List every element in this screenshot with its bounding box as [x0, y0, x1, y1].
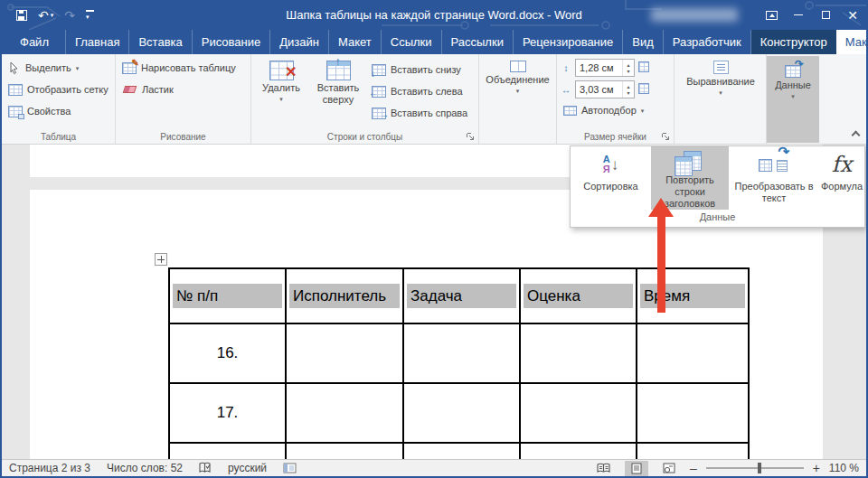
- row-number-cell[interactable]: 18.: [169, 443, 286, 459]
- group-cell-size: ↕ 1,28 см ▴▾ ↔ 3,03 см ▴▾ Автоподбор ▾: [557, 54, 675, 144]
- insert-below-button[interactable]: ↓ Вставить снизу: [368, 59, 471, 80]
- empty-cell[interactable]: [520, 383, 637, 443]
- table-row: 17.: [169, 383, 749, 443]
- autofit-label: Автоподбор: [581, 105, 637, 116]
- row-height-spinner[interactable]: 1,28 см ▴▾: [575, 59, 635, 77]
- customize-qat-button[interactable]: ▾: [86, 10, 94, 20]
- column-width-value: 3,03 см: [576, 81, 622, 98]
- cell-size-dialog-launcher-icon[interactable]: [662, 133, 670, 141]
- row-number-cell[interactable]: 16.: [169, 323, 286, 383]
- tab-home[interactable]: Главная: [65, 30, 129, 54]
- row-number-cell[interactable]: 17.: [169, 383, 286, 443]
- formula-label: Формула: [821, 181, 863, 192]
- tab-layout[interactable]: Макет: [329, 30, 382, 54]
- eraser-button[interactable]: Ластик: [118, 79, 248, 100]
- ribbon-display-options-button[interactable]: [758, 0, 785, 30]
- minimize-button[interactable]: [785, 0, 812, 30]
- select-button[interactable]: Выделить ▾: [5, 57, 112, 79]
- autofit-button[interactable]: Автоподбор ▾: [560, 100, 671, 120]
- close-button[interactable]: ✕: [839, 0, 866, 30]
- web-layout-button[interactable]: [657, 461, 681, 476]
- ribbon-tab-bar: Файл Главная Вставка Рисование Дизайн Ма…: [2, 30, 866, 54]
- account-name-blurred[interactable]: [651, 8, 738, 22]
- collapse-ribbon-icon[interactable]: [852, 131, 861, 140]
- group-merge: Объединение ▾: [479, 54, 557, 144]
- empty-cell[interactable]: [637, 323, 749, 383]
- header-cell[interactable]: Задача: [403, 268, 520, 323]
- page-indicator[interactable]: Страница 2 из 3: [9, 462, 90, 474]
- annotation-arrow-head: [648, 198, 674, 217]
- empty-cell[interactable]: [286, 443, 403, 459]
- distribute-rows-icon[interactable]: [637, 61, 650, 74]
- maximize-button[interactable]: [812, 0, 839, 30]
- table-move-handle-icon[interactable]: [155, 253, 167, 266]
- draw-table-button[interactable]: ✎ Нарисовать таблицу: [118, 57, 248, 79]
- tab-design[interactable]: Дизайн: [270, 30, 329, 54]
- alignment-button[interactable]: Выравнивание ▾: [677, 57, 764, 99]
- rows-columns-dialog-launcher-icon[interactable]: [467, 133, 475, 141]
- tab-file[interactable]: Файл: [11, 30, 58, 54]
- save-button[interactable]: [16, 10, 27, 21]
- delete-button[interactable]: ✕ Удалить ▾: [254, 57, 308, 106]
- tab-view[interactable]: Вид: [623, 30, 664, 54]
- column-width-spinner[interactable]: 3,03 см ▴▾: [575, 80, 635, 98]
- empty-cell[interactable]: [403, 383, 520, 443]
- row-height-spin-icons[interactable]: ▴▾: [622, 60, 634, 76]
- word-count[interactable]: Число слов: 52: [107, 462, 183, 474]
- empty-cell[interactable]: [403, 443, 520, 459]
- sort-label: Сортировка: [583, 181, 637, 192]
- tab-draw[interactable]: Рисование: [193, 30, 270, 54]
- empty-cell[interactable]: [520, 323, 637, 383]
- select-caret-icon: ▾: [76, 65, 80, 71]
- tab-mailings[interactable]: Рассылки: [442, 30, 514, 54]
- sort-menu-item[interactable]: АЯ ↓ Сортировка: [571, 146, 651, 210]
- print-layout-icon: [631, 463, 642, 474]
- data-button-pressed[interactable]: ↷ Данные ▾: [767, 56, 819, 143]
- read-mode-icon: [597, 463, 610, 473]
- table-row: 16.: [169, 323, 749, 383]
- undo-button[interactable]: ↶ ▾: [38, 9, 53, 22]
- proofing-check-icon[interactable]: [199, 462, 212, 474]
- zoom-in-button[interactable]: +: [813, 461, 820, 475]
- print-layout-button[interactable]: [625, 461, 648, 476]
- properties-label: Свойства: [27, 106, 71, 117]
- empty-cell[interactable]: [286, 383, 403, 443]
- tab-developer[interactable]: Разработчик: [664, 30, 751, 54]
- tab-table-design[interactable]: Конструктор: [751, 30, 836, 54]
- insert-above-button[interactable]: ↑ Вставить сверху: [308, 57, 368, 109]
- tab-insert[interactable]: Вставка: [129, 30, 192, 54]
- macro-record-icon[interactable]: [283, 463, 297, 473]
- header-cell[interactable]: Исполнитель: [286, 268, 403, 323]
- zoom-slider[interactable]: [706, 467, 804, 469]
- view-gridlines-button[interactable]: Отобразить сетку: [5, 79, 112, 100]
- tab-table-layout-active[interactable]: Макет: [836, 30, 868, 54]
- properties-button[interactable]: Свойства: [5, 100, 112, 122]
- group-data: ↷ Данные ▾: [767, 54, 823, 144]
- convert-to-text-menu-item[interactable]: ↷ Преобразовать в текст: [729, 146, 819, 210]
- alignment-icon: [713, 61, 729, 74]
- zoom-slider-thumb[interactable]: [758, 463, 761, 473]
- empty-cell[interactable]: [286, 323, 403, 383]
- zoom-level[interactable]: 110 %: [829, 462, 859, 474]
- read-mode-button[interactable]: [592, 461, 616, 476]
- tab-references[interactable]: Ссылки: [382, 30, 442, 54]
- distribute-columns-icon[interactable]: [637, 83, 650, 96]
- language-indicator[interactable]: русский: [228, 462, 267, 474]
- empty-cell[interactable]: [520, 443, 637, 459]
- tab-review[interactable]: Рецензирование: [514, 30, 623, 54]
- zoom-out-button[interactable]: –: [690, 461, 697, 475]
- header-cell[interactable]: Оценка: [520, 268, 637, 323]
- group-alignment: Выравнивание ▾: [675, 54, 767, 144]
- column-width-spin-icons[interactable]: ▴▾: [622, 81, 634, 98]
- formula-menu-item[interactable]: fx Формула: [819, 146, 864, 210]
- insert-right-button[interactable]: → Вставить справа: [368, 102, 471, 124]
- undo-icon: ↶: [38, 9, 49, 22]
- insert-left-button[interactable]: ← Вставить слева: [368, 80, 471, 102]
- header-cell[interactable]: № п/п: [169, 268, 286, 323]
- empty-cell[interactable]: [637, 383, 749, 443]
- redo-button[interactable]: ↷: [64, 9, 75, 22]
- empty-cell[interactable]: [637, 443, 749, 459]
- data-dropdown-panel: АЯ ↓ Сортировка Повторить строки заголов…: [570, 145, 865, 228]
- empty-cell[interactable]: [403, 323, 520, 383]
- merge-button[interactable]: Объединение ▾: [483, 57, 553, 98]
